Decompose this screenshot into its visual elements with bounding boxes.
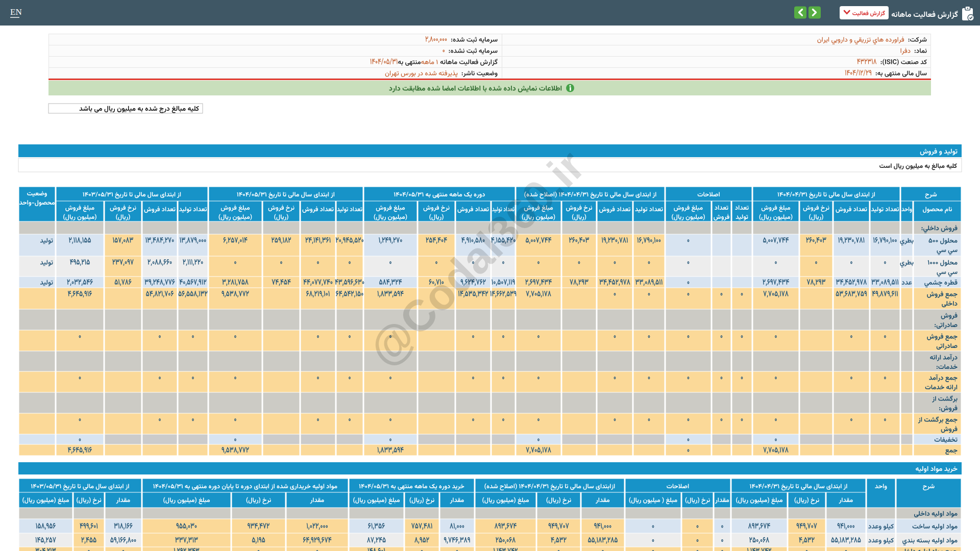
svg-text:EN: EN — [10, 7, 22, 17]
